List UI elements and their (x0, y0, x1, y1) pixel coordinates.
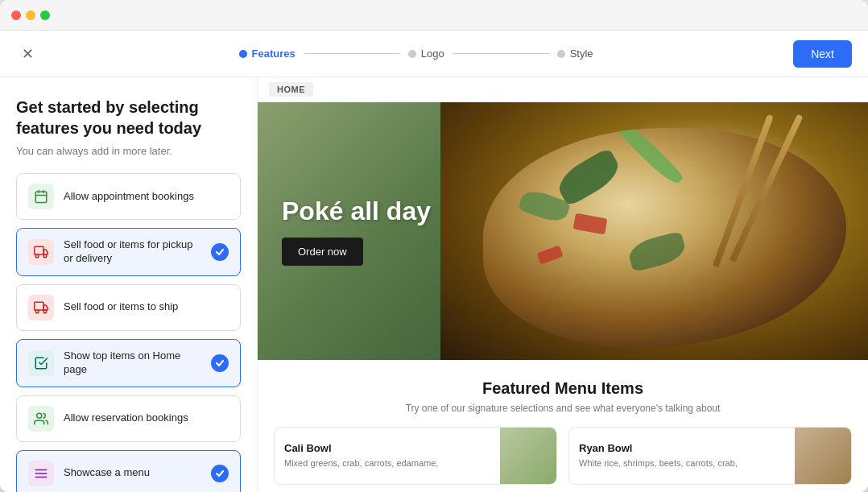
svg-point-10 (37, 413, 42, 418)
feature-icon-showcase-menu (28, 461, 54, 486)
maximize-button[interactable] (40, 10, 50, 20)
close-icon: ✕ (22, 45, 34, 63)
preview-featured: Featured Menu Items Try one of our signa… (258, 360, 868, 492)
feature-label-reservations: Allow reservation bookings (64, 411, 229, 425)
bowl-visual (440, 102, 868, 360)
menu-cards: Cali Bowl Mixed greens, crab, carrots, e… (274, 427, 852, 485)
preview-home-tab: HOME (258, 77, 868, 102)
feature-item-pickup[interactable]: Sell food or items for pickup or deliver… (16, 228, 241, 276)
featured-title: Featured Menu Items (274, 379, 852, 398)
hero-content: Poké all day Order now (282, 196, 431, 266)
feature-item-showcase-menu[interactable]: Showcase a menu (16, 450, 241, 492)
svg-rect-7 (35, 302, 43, 310)
panel-heading: Get started by selecting features you ne… (16, 97, 241, 139)
feature-label-top-items: Show top items on Home page (64, 349, 201, 377)
step-features: Features (239, 48, 296, 60)
app-window: ✕ Features Logo Style Next Get started b… (0, 0, 868, 492)
feature-label-ship: Sell food or items to ship (64, 300, 229, 314)
stepper: Features Logo Style (239, 48, 593, 60)
order-now-button[interactable]: Order now (282, 238, 363, 266)
minimize-button[interactable] (26, 10, 35, 20)
home-tab-label: HOME (269, 82, 313, 97)
menu-card-cali: Cali Bowl Mixed greens, crab, carrots, e… (274, 427, 557, 485)
svg-point-6 (43, 254, 47, 258)
leaf-4 (626, 231, 688, 273)
tuna-piece-2 (536, 245, 563, 264)
menu-card-text-cali: Cali Bowl Mixed greens, crab, carrots, e… (275, 432, 500, 479)
hero-title: Poké all day (282, 196, 431, 226)
feature-item-top-items[interactable]: Show top items on Home page (16, 339, 241, 387)
menu-card-ryan: Ryan Bowl White rice, shrimps, beets, ca… (568, 427, 852, 485)
panel-subtitle: You can always add in more later. (16, 145, 241, 157)
feature-item-ship[interactable]: Sell food or items to ship (16, 284, 241, 331)
step-style: Style (557, 48, 593, 60)
menu-card-name-ryan: Ryan Bowl (579, 442, 785, 454)
step-dot-features (239, 50, 247, 58)
leaf-3 (617, 128, 685, 188)
check-icon-top-items (211, 354, 229, 372)
preview-hero: Poké all day Order now (258, 102, 868, 360)
step-dot-style (557, 50, 565, 58)
bowl-inner (483, 128, 846, 347)
check-icon-pickup (211, 243, 229, 261)
feature-item-reservations[interactable]: Allow reservation bookings (16, 395, 241, 442)
step-label-logo: Logo (421, 48, 444, 60)
check-icon-showcase-menu (211, 465, 229, 482)
menu-card-img-ryan (795, 428, 851, 484)
main-content: Get started by selecting features you ne… (0, 77, 868, 492)
feature-icon-ship (28, 295, 54, 320)
right-panel: HOME (258, 77, 868, 492)
svg-point-9 (43, 310, 47, 313)
tuna-piece-1 (573, 213, 608, 234)
step-line-2 (453, 53, 549, 54)
feature-icon-appointments (28, 184, 54, 209)
leaf-1 (552, 147, 624, 207)
feature-label-showcase-menu: Showcase a menu (64, 466, 201, 480)
titlebar (0, 0, 868, 31)
step-line-1 (304, 53, 400, 54)
featured-subtitle: Try one of our signature selections and … (274, 403, 852, 414)
menu-card-desc-ryan: White rice, shrimps, beets, carrots, cra… (579, 457, 785, 469)
topbar-close-button[interactable]: ✕ (16, 43, 39, 65)
ryan-bowl-image (795, 428, 851, 484)
menu-card-desc-cali: Mixed greens, crab, carrots, edamame, (284, 457, 490, 469)
feature-list: Allow appointment bookings Sell food or … (16, 173, 241, 492)
feature-label-pickup: Sell food or items for pickup or deliver… (64, 238, 201, 266)
feature-item-appointments[interactable]: Allow appointment bookings (16, 173, 241, 220)
topbar: ✕ Features Logo Style Next (0, 31, 868, 77)
step-dot-logo (408, 50, 416, 58)
feature-icon-top-items (28, 350, 54, 376)
next-button[interactable]: Next (793, 40, 852, 68)
step-label-style: Style (570, 48, 593, 60)
svg-rect-0 (35, 192, 47, 203)
feature-icon-reservations (28, 406, 54, 432)
feature-label-appointments: Allow appointment bookings (64, 190, 229, 204)
close-button[interactable] (11, 10, 21, 20)
step-logo: Logo (408, 48, 444, 60)
menu-card-text-ryan: Ryan Bowl White rice, shrimps, beets, ca… (569, 432, 795, 479)
svg-rect-4 (35, 246, 43, 254)
svg-point-8 (35, 310, 39, 313)
left-panel: Get started by selecting features you ne… (0, 77, 258, 492)
menu-card-name-cali: Cali Bowl (284, 442, 490, 454)
preview-frame: HOME (258, 77, 868, 492)
menu-card-img-cali (500, 428, 556, 484)
step-label-features: Features (252, 48, 296, 60)
svg-point-5 (35, 254, 39, 258)
cali-bowl-image (500, 428, 556, 484)
feature-icon-pickup (28, 239, 54, 265)
traffic-lights (11, 10, 50, 20)
